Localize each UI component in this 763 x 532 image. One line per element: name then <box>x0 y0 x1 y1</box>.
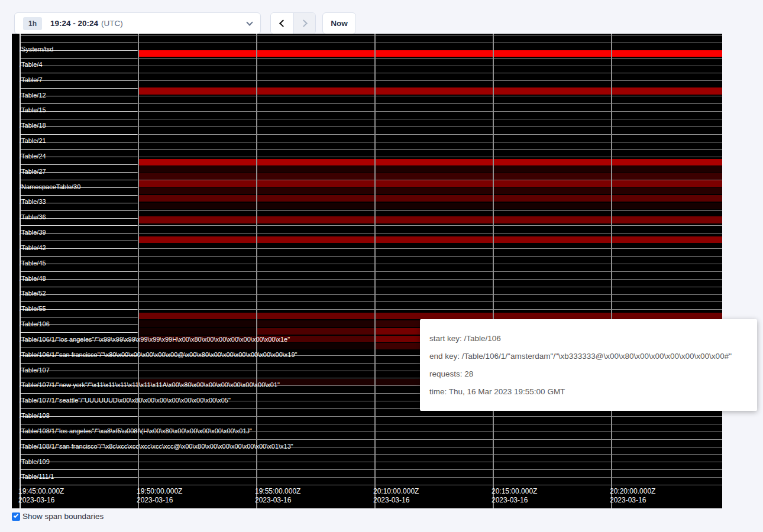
heatmap-band[interactable] <box>256 320 374 327</box>
span-boundary-line <box>20 424 722 424</box>
tooltip-line-start-key: start key: /Table/106 <box>429 334 748 343</box>
x-axis-tick-time: 20:15:00.000Z <box>492 488 537 495</box>
time-gridline <box>493 34 494 508</box>
heatmap-band[interactable] <box>138 203 722 209</box>
heatmap-band[interactable] <box>138 50 722 57</box>
x-axis-tick-time: 19:55:00.000Z <box>255 488 300 495</box>
heatmap-band[interactable] <box>138 195 722 202</box>
span-boundary-line <box>20 119 722 119</box>
show-span-boundaries-checkbox[interactable] <box>12 512 20 521</box>
row-label: /Table/15 <box>20 106 46 113</box>
heatmap-band[interactable] <box>138 166 722 173</box>
chevron-right-icon <box>300 20 308 27</box>
x-axis-tick-date: 2023-03-16 <box>610 497 646 504</box>
span-boundary-line <box>20 256 722 257</box>
heatmap-band[interactable] <box>138 180 722 187</box>
row-label: /Table/108/1/"san francisco"/"\x8c\xcc\x… <box>20 443 293 450</box>
heatmap-band[interactable] <box>138 216 722 223</box>
toolbar: 1h 19:24 - 20:24 (UTC) Now <box>0 0 763 34</box>
span-boundary-line <box>20 233 722 233</box>
heatmap-band[interactable] <box>138 87 722 95</box>
row-label: /Table/48 <box>20 275 46 282</box>
time-range-text: 19:24 - 20:24 <box>50 19 98 28</box>
check-icon <box>14 513 18 518</box>
row-label: /Table/12 <box>20 92 46 99</box>
row-label: /Table/36 <box>20 213 46 220</box>
span-boundary-line <box>20 416 722 417</box>
next-time-button-disabled[interactable] <box>293 13 316 34</box>
x-axis-tick-time: 20:20:00.000Z <box>610 488 655 495</box>
span-boundary-line <box>20 210 722 211</box>
chevron-left-icon <box>279 20 287 27</box>
now-button[interactable]: Now <box>322 12 356 34</box>
heatmap-band[interactable] <box>138 159 722 166</box>
span-boundary-line <box>20 35 722 35</box>
span-boundary-line <box>20 149 722 150</box>
span-boundary-line <box>20 111 722 112</box>
row-label: /Table/106/1/"san francisco"/"\x80\x00\x… <box>20 351 298 358</box>
time-gridline <box>138 34 139 508</box>
span-boundary-line <box>20 309 722 310</box>
heatmap-band[interactable] <box>138 328 256 335</box>
span-boundary-line <box>20 66 722 66</box>
row-label: /Table/107/1/"new york"/"\x11\x11\x11\x1… <box>20 381 280 388</box>
time-range-badge: 1h <box>23 17 42 30</box>
heatmap-band[interactable] <box>138 173 722 180</box>
x-axis-tick-date: 2023-03-16 <box>255 497 291 504</box>
prev-time-button[interactable] <box>271 13 293 34</box>
row-label: /Table/108/1/"los angeles"/"\xa8\xf5\u00… <box>20 427 252 434</box>
row-label: /Table/18 <box>20 122 46 129</box>
row-label: /Table/27 <box>20 168 46 175</box>
hover-tooltip: start key: /Table/106end key: /Table/106… <box>420 319 757 411</box>
time-gridline <box>374 34 376 508</box>
row-label: /Table/55 <box>20 305 46 312</box>
row-label: /Table/111/1 <box>20 473 54 480</box>
span-boundary-line <box>20 279 722 280</box>
row-label: /Table/108 <box>20 412 50 419</box>
row-label: /Table/4 <box>20 61 43 68</box>
heatmap-band[interactable] <box>138 313 722 319</box>
span-boundary-line <box>20 134 722 135</box>
row-label: /Table/52 <box>20 290 46 297</box>
time-gridline <box>20 34 21 508</box>
footer: Show span boundaries <box>12 512 104 521</box>
row-label: /Table/45 <box>20 259 46 267</box>
row-label: /System/tsd <box>20 46 53 53</box>
span-boundary-line <box>20 43 722 43</box>
row-label: /Table/107 <box>20 366 50 374</box>
x-axis-tick-time: 19:50:00.000Z <box>137 488 182 495</box>
x-axis-tick-date: 2023-03-16 <box>373 497 409 504</box>
x-axis-tick-date: 2023-03-16 <box>492 497 528 504</box>
x-axis-tick-date: 2023-03-16 <box>137 497 173 504</box>
row-label: /Table/109 <box>20 458 50 465</box>
heatmap-band[interactable] <box>256 328 374 335</box>
row-label: /NamespaceTable/30 <box>20 183 80 190</box>
x-axis-tick-time: 20:10:00.000Z <box>373 488 419 495</box>
heatmap-band[interactable] <box>138 320 256 327</box>
row-label: /Table/39 <box>20 229 46 236</box>
span-boundary-line <box>20 73 722 73</box>
heatmap-band[interactable] <box>138 236 722 243</box>
key-visualizer-canvas[interactable]: /System/tsd/Table/4/Table/7/Table/12/Tab… <box>12 34 722 508</box>
span-boundary-line <box>20 126 722 127</box>
row-label: /Table/21 <box>20 137 46 144</box>
span-boundary-line <box>20 103 722 104</box>
span-boundary-line <box>20 271 722 272</box>
span-boundary-line <box>20 248 722 249</box>
span-boundary-line <box>20 454 722 455</box>
row-label: /Table/106/1/"los angeles"/"\x99\x99\x99… <box>20 336 290 343</box>
span-boundary-line <box>20 58 722 59</box>
time-gridline <box>256 34 257 508</box>
heatmap-band[interactable] <box>256 343 374 349</box>
time-range-zone: (UTC) <box>101 19 123 28</box>
row-label: /Table/7 <box>20 76 43 83</box>
span-boundary-line <box>20 157 722 157</box>
span-boundary-line <box>20 439 722 440</box>
heatmap-band[interactable] <box>138 187 722 194</box>
time-range-selector[interactable]: 1h 19:24 - 20:24 (UTC) <box>14 12 261 34</box>
tooltip-line-time: time: Thu, 16 Mar 2023 19:55:00 GMT <box>429 387 748 396</box>
heatmap-band[interactable] <box>138 343 256 349</box>
tooltip-line-end-key: end key: /Table/106/1/"amsterdam"/"\xb33… <box>429 352 748 361</box>
row-label: /Table/42 <box>20 244 46 251</box>
span-boundary-line <box>20 301 722 302</box>
